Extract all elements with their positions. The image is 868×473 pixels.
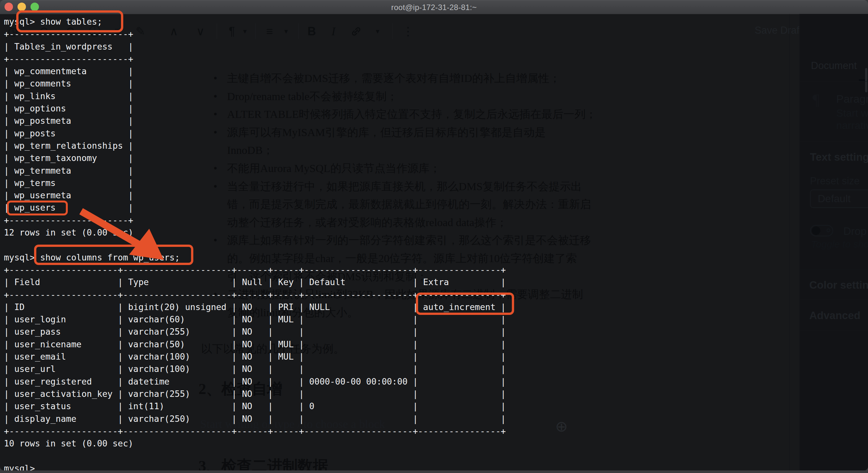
panel-text-settings[interactable]: Text settings <box>810 151 868 163</box>
highlight-box-show-tables <box>16 10 123 32</box>
terminal-output[interactable]: mysql> show tables; +-------------------… <box>4 15 506 470</box>
highlight-box-wp-users <box>7 201 68 215</box>
highlight-box-show-columns <box>34 245 193 265</box>
save-draft-button[interactable]: Save Draft <box>740 25 802 36</box>
panel-color-settings[interactable]: Color settings <box>809 279 868 291</box>
preset-size-select[interactable]: Default <box>810 190 868 208</box>
sidebar-divider <box>799 300 868 300</box>
toggle-knob <box>812 227 820 235</box>
screenshot-root: { "window": { "title": "root@ip-172-31-2… <box>0 0 868 473</box>
block-description-line2: narrative <box>836 120 868 132</box>
drop-cap-toggle[interactable] <box>810 225 833 236</box>
content-edge-line <box>789 14 789 470</box>
paragraph-block-icon: ¶ <box>812 91 820 108</box>
drop-cap-label: Drop cap <box>843 225 868 237</box>
block-inserter-icon[interactable]: ⊕ <box>555 417 568 435</box>
block-description-line1: Start with <box>836 107 868 119</box>
sidebar-scrollbar-thumb[interactable] <box>865 68 867 92</box>
toggle-ring <box>827 228 830 232</box>
panel-advanced[interactable]: Advanced <box>809 309 861 322</box>
sidebar-divider <box>799 142 868 142</box>
sidebar-divider <box>799 331 868 331</box>
block-title: Paragraph <box>836 93 868 105</box>
terminal-window[interactable]: ◷ ↶ ↷ ⓘ ≡ ✎ ∧ ∨ ¶ ▾ ≡ ▾ B I ▾ ⋮ Save Dra… <box>0 0 868 470</box>
drop-cap-help: Toggle to show <box>811 239 868 250</box>
preset-size-label: Preset size <box>810 175 860 187</box>
sidebar-divider <box>799 269 868 269</box>
tab-document[interactable]: Document <box>811 60 857 72</box>
highlight-box-auto-increment <box>416 293 514 315</box>
sidebar-divider <box>799 81 868 82</box>
